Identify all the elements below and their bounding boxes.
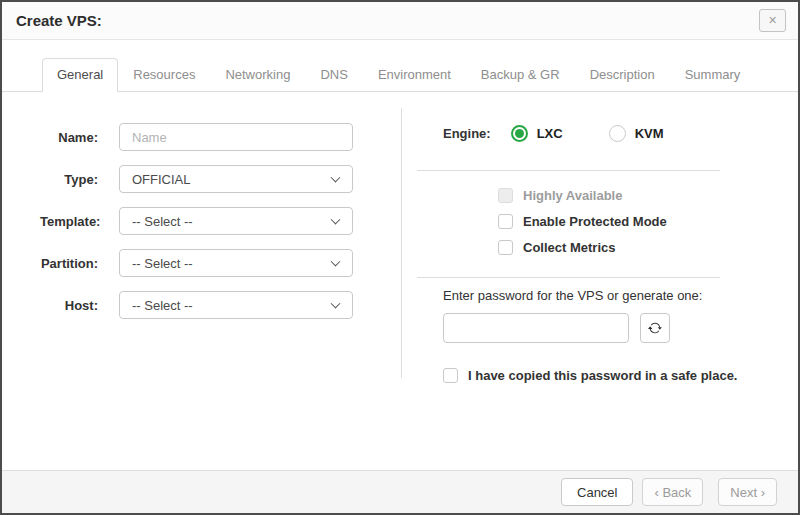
password-section: Enter password for the VPS or generate o… [443,288,737,383]
tab-networking[interactable]: Networking [210,58,305,92]
type-select-value: OFFICIAL [132,172,191,187]
close-icon: ✕ [768,14,777,27]
engine-option-kvm-label: KVM [635,126,664,141]
enable-protected-mode-checkbox-row[interactable]: Enable Protected Mode [498,214,667,229]
tab-summary[interactable]: Summary [670,58,756,92]
checkbox-icon [498,214,513,229]
engine-label: Engine: [443,126,491,141]
host-label: Host: [40,298,98,313]
host-select-value: -- Select -- [132,298,193,313]
name-row: Name: [40,123,353,151]
vps-basic-form: Name: Type: OFFICIAL Template: -- Select… [40,123,353,333]
dialog-titlebar: Create VPS: ✕ [2,2,798,40]
collect-metrics-checkbox-row[interactable]: Collect Metrics [498,240,667,255]
template-select-value: -- Select -- [132,214,193,229]
generate-password-button[interactable] [640,313,670,343]
partition-select[interactable]: -- Select -- [119,249,353,277]
dialog-title: Create VPS: [16,12,102,29]
chevron-down-icon [331,257,341,267]
checkbox-icon [498,188,513,203]
general-tab-panel: Name: Type: OFFICIAL Template: -- Select… [2,92,798,470]
host-select[interactable]: -- Select -- [119,291,353,319]
host-row: Host: -- Select -- [40,291,353,319]
template-select[interactable]: -- Select -- [119,207,353,235]
radio-unselected-icon [609,125,626,142]
create-vps-dialog: Create VPS: ✕ General Resources Networki… [0,0,800,515]
engine-option-lxc-label: LXC [537,126,563,141]
password-input[interactable] [443,313,629,343]
vps-options-group: Highly Available Enable Protected Mode C… [498,188,667,266]
type-label: Type: [40,172,98,187]
name-input[interactable] [119,123,353,151]
radio-selected-icon [511,125,528,142]
refresh-icon [648,321,662,335]
password-row [443,313,737,343]
password-section-divider [417,277,720,278]
cancel-button[interactable]: Cancel [561,478,633,506]
engine-option-kvm[interactable]: KVM [609,125,664,142]
close-button[interactable]: ✕ [759,9,786,32]
tab-environment[interactable]: Environment [363,58,466,92]
type-select[interactable]: OFFICIAL [119,165,353,193]
password-label: Enter password for the VPS or generate o… [443,288,737,303]
highly-available-label: Highly Available [523,188,622,203]
tab-description[interactable]: Description [575,58,670,92]
engine-radio-group: Engine: LXC KVM [443,125,664,142]
wizard-tabbar: General Resources Networking DNS Environ… [2,58,798,92]
highly-available-checkbox-row: Highly Available [498,188,667,203]
partition-label: Partition: [40,256,98,271]
back-button: ‹ Back [642,478,703,506]
checkbox-icon [498,240,513,255]
partition-row: Partition: -- Select -- [40,249,353,277]
type-row: Type: OFFICIAL [40,165,353,193]
chevron-down-icon [331,215,341,225]
tab-dns[interactable]: DNS [305,58,362,92]
tab-backup-gr[interactable]: Backup & GR [466,58,575,92]
column-divider [401,108,402,378]
password-copied-checkbox-row[interactable]: I have copied this password in a safe pl… [443,368,737,383]
next-button[interactable]: Next › [718,478,777,506]
name-label: Name: [40,130,98,145]
template-label: Template: [40,214,98,229]
wizard-footer: Cancel ‹ Back Next › [2,470,798,513]
template-row: Template: -- Select -- [40,207,353,235]
chevron-down-icon [331,173,341,183]
collect-metrics-label: Collect Metrics [523,240,615,255]
tab-general[interactable]: General [42,58,118,92]
engine-section-divider [417,170,720,171]
enable-protected-mode-label: Enable Protected Mode [523,214,667,229]
chevron-down-icon [331,299,341,309]
engine-option-lxc[interactable]: LXC [511,125,563,142]
partition-select-value: -- Select -- [132,256,193,271]
checkbox-icon [443,368,458,383]
password-copied-label: I have copied this password in a safe pl… [468,368,737,383]
tab-resources[interactable]: Resources [118,58,210,92]
